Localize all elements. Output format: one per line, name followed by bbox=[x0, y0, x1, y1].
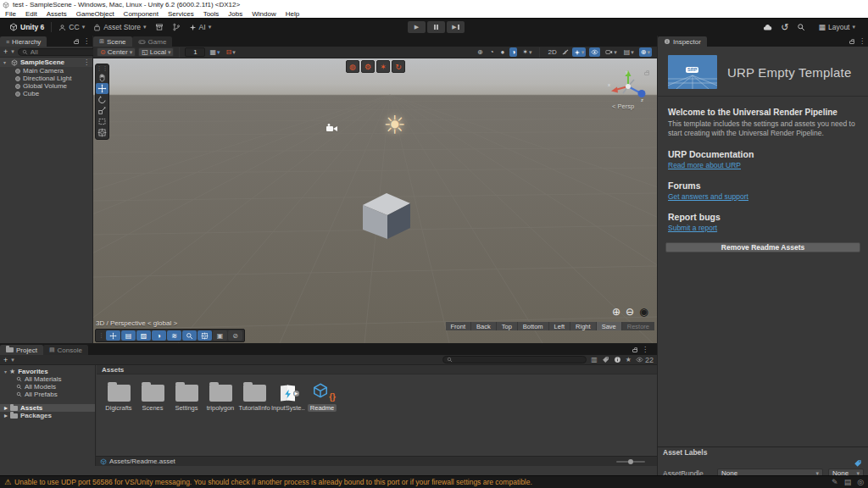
create-add-button[interactable]: + bbox=[3, 47, 8, 56]
search-by-type-icon[interactable]: ▥ bbox=[591, 356, 598, 363]
view-right-button[interactable]: Right bbox=[570, 322, 597, 330]
scene-viewport[interactable]: ☀ ⋮⋮ bbox=[93, 58, 657, 343]
foldout-arrow-icon[interactable]: ▾ bbox=[4, 369, 7, 374]
effects-dropdown[interactable]: ▾ bbox=[572, 47, 587, 57]
view-front-button[interactable]: Front bbox=[446, 322, 472, 330]
foldout-arrow-icon[interactable]: ▾ bbox=[3, 59, 8, 65]
lighting-dropdown[interactable]: ✶▾ bbox=[520, 47, 533, 57]
asset-item-settings[interactable]: Settings bbox=[170, 380, 203, 412]
snap-increment-dropdown[interactable]: ⊟▾ bbox=[225, 47, 237, 57]
bottom-tool-cube[interactable]: ▣ bbox=[213, 330, 227, 341]
chevron-down-icon[interactable]: ▾ bbox=[11, 48, 14, 55]
plugin-refresh-button[interactable]: ↻ bbox=[392, 60, 405, 73]
plugin-star-button[interactable]: ✶ bbox=[376, 60, 390, 73]
hierarchy-scene-row[interactable]: ▾ SampleScene ⋮ bbox=[0, 58, 92, 67]
menu-window[interactable]: Window bbox=[252, 10, 275, 18]
asset-item-scenes[interactable]: Scenes bbox=[136, 380, 170, 412]
move-tool[interactable] bbox=[96, 83, 108, 94]
lock-icon[interactable] bbox=[644, 72, 649, 75]
doc-link[interactable]: Read more about URP bbox=[668, 161, 741, 169]
status-warning-text[interactable]: Unable to use UDP port 56586 for VS/Unit… bbox=[14, 478, 532, 486]
hierarchy-item-directional-light[interactable]: Directional Light bbox=[0, 75, 92, 82]
lock-icon[interactable] bbox=[632, 349, 637, 352]
asset-item-readme[interactable]: {} Readme bbox=[305, 380, 339, 412]
view-left-button[interactable]: Left bbox=[549, 322, 571, 330]
kebab-menu-icon[interactable]: ⋮ bbox=[83, 37, 90, 45]
tree-packages-row[interactable]: ▸ Packages bbox=[0, 412, 95, 419]
hierarchy-item-main-camera[interactable]: Main Camera bbox=[0, 67, 92, 75]
search-icon[interactable] bbox=[797, 23, 805, 31]
view-top-button[interactable]: Top bbox=[497, 322, 518, 330]
asset-store-dropdown[interactable]: Asset Store▾ bbox=[89, 21, 150, 34]
remove-readme-assets-button[interactable]: Remove Readme Assets bbox=[665, 242, 860, 252]
progress-icon[interactable]: ◎ bbox=[857, 478, 864, 486]
menu-services[interactable]: Services bbox=[168, 10, 194, 18]
favorite-all-models[interactable]: All Models bbox=[0, 383, 95, 391]
lock-icon[interactable] bbox=[849, 41, 854, 44]
menu-file[interactable]: File bbox=[5, 10, 16, 18]
cloud-icon[interactable] bbox=[763, 23, 772, 32]
label-tag-icon[interactable] bbox=[854, 459, 862, 468]
favorite-all-materials[interactable]: All Materials bbox=[0, 375, 95, 383]
lock-icon[interactable] bbox=[74, 41, 79, 44]
bottom-tool-zoom[interactable] bbox=[182, 330, 197, 341]
cube-object[interactable] bbox=[362, 192, 411, 240]
main-camera-gizmo[interactable] bbox=[326, 123, 339, 133]
bottom-tool-sphere[interactable]: ◑ bbox=[152, 330, 166, 341]
create-add-button[interactable]: + bbox=[3, 356, 8, 364]
package-manager-button[interactable] bbox=[151, 21, 168, 34]
pause-button[interactable] bbox=[427, 21, 445, 33]
plugin-sphere-add-button[interactable]: ◍ bbox=[346, 60, 359, 73]
account-dropdown[interactable]: CC▾ bbox=[54, 21, 89, 34]
zoom-out-button[interactable]: ⊖ bbox=[626, 306, 634, 318]
directional-light-gizmo[interactable]: ☀ bbox=[383, 110, 406, 140]
foldout-arrow-icon[interactable]: ▸ bbox=[4, 412, 8, 419]
scene-visibility-button[interactable] bbox=[589, 47, 600, 57]
favorite-all-prefabs[interactable]: All Prefabs bbox=[0, 391, 95, 398]
hierarchy-item-global-volume[interactable]: Global Volume bbox=[0, 82, 92, 90]
kebab-menu-icon[interactable]: ⋮ bbox=[642, 346, 648, 353]
tab-game[interactable]: Game bbox=[132, 36, 173, 47]
view-bottom-button[interactable]: Bottom bbox=[518, 322, 549, 330]
bottom-tool-transform[interactable] bbox=[198, 330, 212, 341]
info-icon[interactable] bbox=[614, 356, 621, 363]
bugs-link[interactable]: Submit a report bbox=[668, 224, 717, 232]
version-control-button[interactable] bbox=[168, 21, 185, 34]
gizmos-dropdown[interactable]: ⊕▾ bbox=[639, 47, 652, 57]
tab-console[interactable]: ▤ Console bbox=[43, 345, 88, 355]
asset-item-digicrafts[interactable]: Digicrafts bbox=[102, 380, 136, 412]
asset-item-inputsystem[interactable]: ▶ InputSyste... bbox=[271, 380, 305, 412]
menu-assets[interactable]: Assets bbox=[47, 10, 67, 18]
forums-link[interactable]: Get answers and support bbox=[668, 192, 748, 201]
play-button[interactable]: ▶ bbox=[408, 21, 426, 33]
view-back-button[interactable]: Back bbox=[471, 322, 497, 330]
tool-handle-pivot-dropdown[interactable]: ⊙ Center▾ bbox=[97, 47, 136, 57]
assets-breadcrumb-header[interactable]: Assets bbox=[97, 365, 657, 374]
status-bar[interactable]: ⚠ Unable to use UDP port 56586 for VS/Un… bbox=[0, 475, 868, 488]
menu-jobs[interactable]: Jobs bbox=[228, 10, 242, 18]
kebab-menu-icon[interactable]: ⋮ bbox=[83, 58, 92, 66]
thumbnail-size-slider[interactable] bbox=[616, 461, 645, 463]
view-info-label[interactable]: 3D / Perspective < global > bbox=[96, 319, 177, 327]
hierarchy-item-cube[interactable]: Cube bbox=[0, 90, 92, 97]
project-search-input[interactable] bbox=[455, 356, 582, 363]
audio-mute-button[interactable]: ♪ bbox=[562, 47, 569, 57]
shading-wireframe-button[interactable]: ◔ bbox=[488, 47, 496, 57]
shading-unlit-button[interactable]: ● bbox=[499, 47, 507, 57]
console-icon[interactable]: ▤ bbox=[844, 478, 852, 486]
render-doctor-button[interactable]: ⊕ bbox=[476, 47, 485, 57]
refresh-disabled-icon[interactable]: ✎ bbox=[832, 478, 838, 486]
tab-project[interactable]: Project bbox=[0, 345, 43, 355]
transform-tool[interactable] bbox=[96, 127, 108, 138]
asset-item-tripolygon[interactable]: tripolygon bbox=[203, 380, 237, 412]
step-button[interactable]: ▶ bbox=[447, 21, 465, 33]
favorites-star-icon[interactable]: ★ bbox=[626, 356, 632, 363]
overlay-drag-handle[interactable]: ⋮ bbox=[98, 332, 104, 339]
ai-dropdown[interactable]: AI▾ bbox=[185, 21, 216, 34]
grid-size-field[interactable] bbox=[185, 47, 205, 57]
chevron-down-icon[interactable]: ▾ bbox=[11, 357, 14, 363]
bottom-tool-disable[interactable]: ⊘ bbox=[228, 330, 242, 341]
view-hand-tool[interactable] bbox=[96, 72, 108, 83]
search-by-label-icon[interactable] bbox=[602, 356, 609, 363]
kebab-menu-icon[interactable]: ⋮ bbox=[859, 37, 865, 45]
